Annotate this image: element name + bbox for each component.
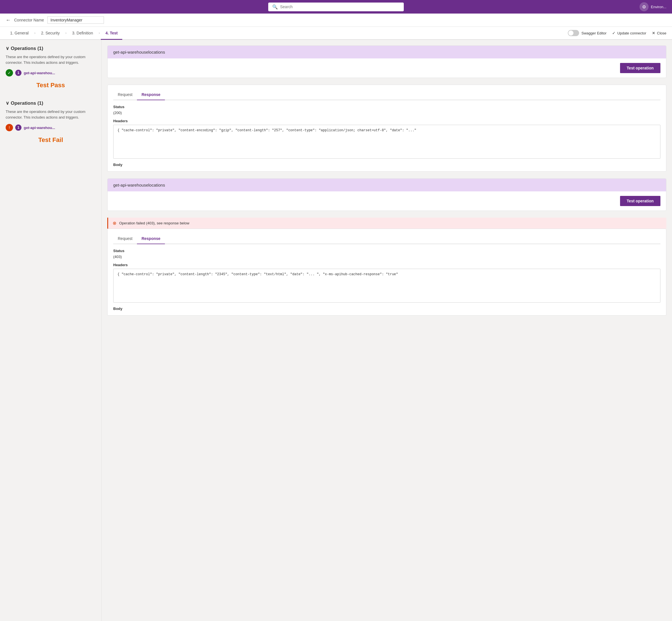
test-fail-label: Test Fail: [6, 136, 96, 144]
env-label: Environ...: [651, 5, 666, 9]
wizard-step-security[interactable]: 2. Security: [36, 27, 64, 39]
test-pass-label: Test Pass: [6, 82, 96, 89]
tab-response-2[interactable]: Response: [137, 234, 165, 244]
wizard-step-general[interactable]: 1. General: [6, 27, 33, 39]
op-name-1: get-api-warehou...: [24, 71, 55, 75]
wizard-sep-1: ›: [33, 31, 36, 35]
status-success-icon: ✓: [6, 69, 13, 77]
tab-request-2[interactable]: Request: [113, 234, 137, 244]
response-tabs-2: Request Response: [113, 234, 661, 244]
op-item-2[interactable]: ! 1 get-api-warehou...: [6, 124, 96, 131]
op-card-1: get-api-warehouselocations Test operatio…: [107, 45, 666, 78]
swagger-editor-label: Swagger Editor: [581, 31, 606, 35]
error-message: Operation failed (403), see response bel…: [119, 221, 190, 225]
update-connector-button[interactable]: ✓ Update connector: [612, 31, 646, 35]
right-panel: get-api-warehouselocations Test operatio…: [102, 40, 672, 621]
search-input[interactable]: [280, 4, 400, 9]
status-label-1: Status: [113, 105, 661, 109]
response-card-2-body: Request Response Status (403) Headers { …: [108, 229, 666, 315]
op-card-2: get-api-warehouselocations Test operatio…: [107, 178, 666, 211]
ops-section-fail: ∨ Operations (1) These are the operation…: [6, 100, 96, 144]
collapse-icon-1: ∨: [6, 45, 9, 51]
title-row: ← Connector Name: [0, 13, 672, 27]
op-item-1[interactable]: ✓ 1 get-api-warehou...: [6, 69, 96, 77]
op-card-1-body: Test operation: [108, 58, 666, 78]
connector-name-label: Connector Name: [14, 18, 44, 22]
wizard-step-definition-label: 3. Definition: [72, 31, 93, 35]
main-layout: ∨ Operations (1) These are the operation…: [0, 40, 672, 621]
status-fail-icon: !: [6, 124, 13, 131]
wizard-step-test[interactable]: 4. Test: [101, 27, 122, 39]
checkmark-icon: ✓: [612, 31, 616, 35]
response-card-1-body: Request Response Status (200) Headers { …: [108, 85, 666, 171]
tab-request-1[interactable]: Request: [113, 89, 137, 100]
response-tabs-1: Request Response: [113, 89, 661, 100]
op-card-2-body: Test operation: [108, 192, 666, 211]
ops-desc-1: These are the operations defined by your…: [6, 54, 96, 65]
test-op-button-1[interactable]: Test operation: [620, 63, 661, 73]
connector-name-input[interactable]: [47, 16, 104, 24]
status-value-1: (200): [113, 111, 661, 115]
status-label-2: Status: [113, 249, 661, 253]
collapse-icon-2: ∨: [6, 100, 9, 106]
search-box[interactable]: 🔍: [268, 3, 404, 11]
ops-header-label-2: Operations (1): [11, 100, 43, 106]
op-card-2-header: get-api-warehouselocations: [108, 179, 666, 192]
error-bar: ⊗ Operation failed (403), see response b…: [107, 218, 666, 229]
headers-box-2: { "cache-control": "private", "content-l…: [113, 269, 661, 302]
response-card-1: Request Response Status (200) Headers { …: [107, 85, 666, 172]
update-connector-label: Update connector: [617, 31, 646, 35]
ops-header-1[interactable]: ∨ Operations (1): [6, 45, 96, 51]
ops-desc-2: These are the operations defined by your…: [6, 109, 96, 120]
swagger-toggle-switch[interactable]: [568, 30, 579, 36]
ops-section-pass: ∨ Operations (1) These are the operation…: [6, 45, 96, 89]
op-card-1-header: get-api-warehouselocations: [108, 46, 666, 58]
env-icon: ⚙: [639, 2, 648, 11]
headers-label-2: Headers: [113, 263, 661, 267]
left-panel: ∨ Operations (1) These are the operation…: [0, 40, 102, 621]
ops-header-label-1: Operations (1): [11, 46, 43, 51]
wizard-step-general-label: 1. General: [10, 31, 29, 35]
env-area: ⚙ Environ...: [639, 2, 666, 11]
back-button[interactable]: ←: [6, 17, 11, 23]
close-label: Close: [657, 31, 666, 35]
test-op-button-2[interactable]: Test operation: [620, 196, 661, 206]
headers-box-1: { "cache-control": "private", "content-e…: [113, 125, 661, 159]
close-button[interactable]: ✕ Close: [652, 31, 666, 35]
op-name-2: get-api-warehou...: [24, 126, 55, 130]
wizard-step-test-label: 4. Test: [105, 31, 117, 35]
wizard-row: 1. General › 2. Security › 3. Definition…: [0, 27, 672, 40]
wizard-sep-2: ›: [65, 31, 68, 35]
op-badge-2: 1: [15, 124, 22, 131]
ops-header-2[interactable]: ∨ Operations (1): [6, 100, 96, 106]
error-circle-icon: ⊗: [113, 220, 116, 226]
swagger-editor-toggle[interactable]: Swagger Editor: [568, 30, 606, 36]
wizard-step-security-label: 2. Security: [41, 31, 60, 35]
wizard-step-definition[interactable]: 3. Definition: [68, 27, 98, 39]
top-bar: 🔍 ⚙ Environ...: [0, 0, 672, 13]
response-card-2: Request Response Status (403) Headers { …: [107, 229, 666, 316]
body-label-1: Body: [113, 163, 661, 167]
headers-label-1: Headers: [113, 119, 661, 123]
tab-response-1[interactable]: Response: [137, 89, 165, 100]
wizard-actions: Swagger Editor ✓ Update connector ✕ Clos…: [568, 30, 666, 36]
status-value-2: (403): [113, 255, 661, 259]
close-icon: ✕: [652, 31, 655, 35]
body-label-2: Body: [113, 306, 661, 311]
wizard-sep-3: ›: [97, 31, 101, 35]
search-icon: 🔍: [272, 4, 278, 10]
op-badge-1: 1: [15, 70, 22, 76]
